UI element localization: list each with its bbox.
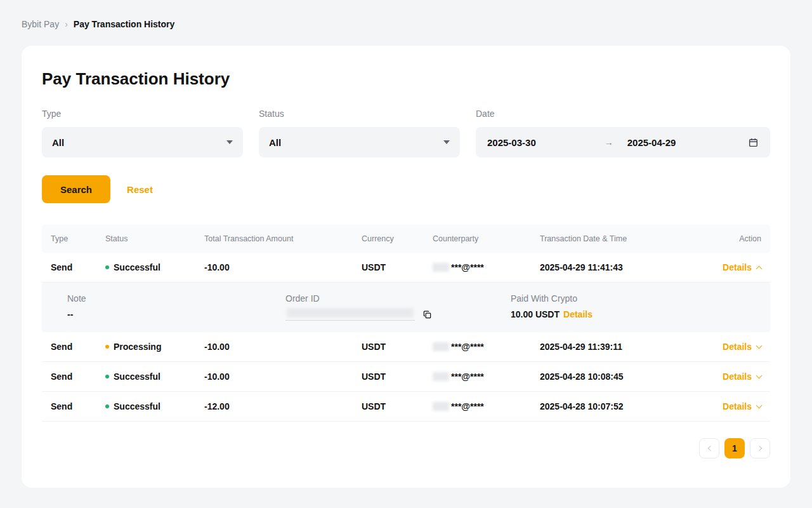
redacted-text bbox=[433, 342, 449, 351]
redacted-text bbox=[433, 402, 449, 411]
counterparty-text: ***@**** bbox=[451, 401, 484, 411]
cell-type: Send bbox=[51, 342, 105, 352]
breadcrumb-bybit-pay[interactable]: Bybit Pay bbox=[22, 18, 59, 30]
details-toggle[interactable]: Details bbox=[711, 401, 761, 411]
page-1-button[interactable]: 1 bbox=[724, 438, 745, 458]
details-label: Details bbox=[723, 262, 752, 272]
header-currency: Currency bbox=[362, 234, 433, 243]
paid-with-crypto-value: 10.00 USDT bbox=[511, 309, 560, 319]
paid-with-crypto-row: 10.00 USDT Details bbox=[511, 309, 770, 319]
next-page-button[interactable] bbox=[750, 438, 770, 458]
type-filter-label: Type bbox=[42, 108, 243, 119]
search-button[interactable]: Search bbox=[42, 175, 110, 203]
order-id-section: Order ID bbox=[285, 293, 511, 321]
chevron-down-icon bbox=[756, 402, 763, 408]
header-type: Type bbox=[51, 234, 105, 243]
status-select-value: All bbox=[269, 137, 281, 148]
counterparty-text: ***@**** bbox=[451, 371, 484, 382]
details-label: Details bbox=[723, 371, 752, 382]
details-label: Details bbox=[723, 401, 752, 411]
header-amount: Total Transaction Amount bbox=[204, 234, 362, 243]
status-dot-icon bbox=[105, 265, 109, 269]
details-toggle[interactable]: Details bbox=[711, 262, 761, 272]
cell-status: Processing bbox=[105, 342, 204, 352]
cell-type: Send bbox=[51, 371, 105, 382]
cell-currency: USDT bbox=[362, 401, 433, 411]
status-text: Successful bbox=[114, 371, 160, 382]
date-range-picker[interactable]: 2025-03-30 → 2025-04-29 bbox=[476, 127, 770, 157]
prev-page-button[interactable] bbox=[699, 438, 719, 458]
reset-button[interactable]: Reset bbox=[127, 184, 153, 195]
chevron-up-icon bbox=[756, 266, 763, 272]
cell-amount: -10.00 bbox=[204, 342, 362, 352]
copy-icon[interactable] bbox=[422, 310, 432, 319]
cell-status: Successful bbox=[105, 262, 204, 272]
cell-counterparty: ***@**** bbox=[433, 262, 540, 272]
header-counterparty: Counterparty bbox=[433, 234, 540, 243]
table-row: Send Successful -10.00 USDT ***@**** 202… bbox=[42, 362, 770, 392]
cell-status: Successful bbox=[105, 401, 204, 411]
table-header: Type Status Total Transaction Amount Cur… bbox=[42, 225, 770, 253]
type-select[interactable]: All bbox=[42, 127, 243, 157]
cell-status: Successful bbox=[105, 371, 204, 382]
cell-currency: USDT bbox=[362, 342, 433, 352]
main-card: Pay Transaction History Type All Status … bbox=[22, 46, 790, 488]
order-id-value bbox=[285, 308, 415, 321]
table-row: Send Processing -10.00 USDT ***@**** 202… bbox=[42, 332, 770, 362]
order-id-label: Order ID bbox=[285, 293, 511, 304]
date-filter-label: Date bbox=[476, 108, 770, 119]
chevron-down-icon bbox=[756, 342, 763, 349]
status-dot-icon bbox=[105, 345, 109, 349]
cell-currency: USDT bbox=[362, 262, 433, 272]
cell-datetime: 2025-04-29 11:41:43 bbox=[540, 262, 711, 272]
cell-currency: USDT bbox=[362, 371, 433, 382]
breadcrumb-separator: › bbox=[65, 18, 68, 30]
date-start-value: 2025-03-30 bbox=[487, 137, 536, 148]
details-label: Details bbox=[723, 342, 752, 352]
redacted-text bbox=[433, 372, 449, 381]
chevron-right-icon bbox=[756, 446, 761, 451]
filter-type: Type All bbox=[42, 108, 243, 157]
table-row: Send Successful -10.00 USDT ***@**** 202… bbox=[42, 253, 770, 283]
table-row: Send Successful -12.00 USDT ***@**** 202… bbox=[42, 392, 770, 422]
note-value: -- bbox=[67, 309, 285, 319]
status-filter-label: Status bbox=[259, 108, 460, 119]
paid-with-crypto-label: Paid With Crypto bbox=[511, 293, 770, 304]
cell-type: Send bbox=[51, 262, 105, 272]
status-dot-icon bbox=[105, 404, 109, 408]
filter-status: Status All bbox=[259, 108, 460, 157]
status-dot-icon bbox=[105, 375, 109, 378]
cell-datetime: 2025-04-28 10:07:52 bbox=[540, 401, 711, 411]
status-text: Processing bbox=[114, 342, 161, 352]
type-select-value: All bbox=[52, 137, 64, 148]
chevron-left-icon bbox=[707, 446, 712, 451]
cell-amount: -10.00 bbox=[204, 262, 362, 272]
header-action: Action bbox=[711, 234, 761, 243]
status-text: Successful bbox=[114, 401, 160, 411]
counterparty-text: ***@**** bbox=[451, 342, 484, 352]
triangle-down-icon bbox=[443, 140, 450, 144]
breadcrumb: Bybit Pay › Pay Transaction History bbox=[0, 0, 812, 46]
date-end-value: 2025-04-29 bbox=[627, 137, 676, 148]
details-toggle[interactable]: Details bbox=[711, 342, 761, 352]
header-status: Status bbox=[105, 234, 204, 243]
cell-type: Send bbox=[51, 401, 105, 411]
paid-details-link[interactable]: Details bbox=[563, 309, 593, 319]
cell-counterparty: ***@**** bbox=[433, 401, 540, 411]
redacted-text bbox=[287, 308, 414, 318]
filter-bar: Type All Status All Date 2025-03-30 → 20… bbox=[42, 108, 770, 157]
note-label: Note bbox=[67, 293, 285, 304]
cell-datetime: 2025-04-28 10:08:45 bbox=[540, 371, 711, 382]
expanded-detail-panel: Note -- Order ID bbox=[42, 283, 770, 332]
status-select[interactable]: All bbox=[259, 127, 460, 157]
arrow-right-icon: → bbox=[605, 137, 613, 147]
redacted-text bbox=[433, 263, 449, 272]
details-toggle[interactable]: Details bbox=[711, 371, 761, 382]
cell-datetime: 2025-04-29 11:39:11 bbox=[540, 342, 711, 352]
header-datetime: Transaction Date & Time bbox=[540, 234, 711, 243]
order-id-row bbox=[285, 308, 511, 321]
filter-actions: Search Reset bbox=[42, 175, 770, 203]
cell-amount: -12.00 bbox=[204, 401, 362, 411]
status-text: Successful bbox=[114, 262, 160, 272]
page-title: Pay Transaction History bbox=[42, 69, 770, 89]
